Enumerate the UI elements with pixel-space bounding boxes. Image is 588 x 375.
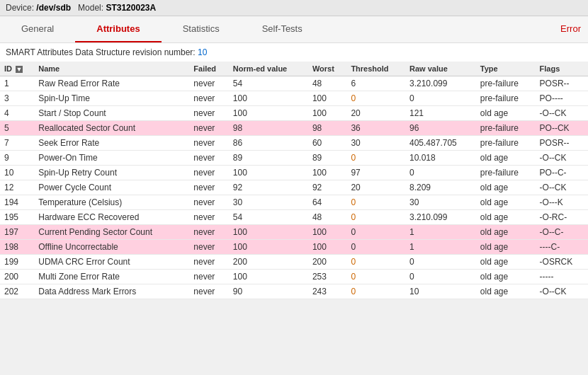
cell-failed: never [189,166,229,180]
cell-name: Temperature (Celsius) [34,195,189,210]
cell-normed: 100 [229,91,308,106]
cell-flags: ----C- [536,240,588,255]
cell-threshold: 0 [346,151,405,166]
cell-flags: -OSRCK [536,255,588,270]
cell-rawvalue: 0 [405,255,476,270]
cell-type: pre-failure [476,91,536,106]
cell-id: 5 [0,121,34,136]
cell-failed: never [189,270,229,284]
cell-worst: 92 [308,180,346,195]
cell-flags: -O--C- [536,225,588,240]
cell-threshold: 0 [346,240,405,255]
cell-normed: 100 [229,106,308,121]
cell-name: Multi Zone Error Rate [34,270,189,284]
cell-worst: 98 [308,121,346,136]
tab-error[interactable]: Error [539,16,588,42]
cell-rawvalue: 30 [405,195,476,210]
cell-type: pre-failure [476,166,536,180]
col-flags: Flags [536,62,588,76]
cell-flags: POSR-- [536,76,588,91]
tab-statistics[interactable]: Statistics [162,16,241,42]
cell-id: 4 [0,106,34,121]
cell-type: pre-failure [476,121,536,136]
tab-self-tests[interactable]: Self-Tests [241,16,324,42]
cell-failed: never [189,106,229,121]
cell-name: Start / Stop Count [34,106,189,121]
cell-threshold: 0 [346,225,405,240]
cell-failed: never [189,195,229,210]
cell-rawvalue: 405.487.705 [405,136,476,151]
cell-id: 198 [0,240,34,255]
sort-icon[interactable]: ▼ [16,66,23,73]
cell-name: Power-On Time [34,151,189,166]
cell-flags: PO---- [536,91,588,106]
tab-bar: General Attributes Statistics Self-Tests… [0,16,588,43]
cell-normed: 90 [229,284,308,299]
cell-normed: 200 [229,255,308,270]
cell-worst: 100 [308,225,346,240]
col-worst: Worst [308,62,346,76]
cell-rawvalue: 10.018 [405,151,476,166]
cell-worst: 200 [308,255,346,270]
cell-normed: 86 [229,136,308,151]
cell-worst: 48 [308,76,346,91]
table-row: 198 Offline Uncorrectable never 100 100 … [0,240,588,255]
cell-rawvalue: 1 [405,225,476,240]
cell-id: 7 [0,136,34,151]
device-value: /dev/sdb [36,3,71,13]
cell-flags: -O-RC- [536,210,588,225]
cell-failed: never [189,240,229,255]
cell-flags: ----- [536,270,588,284]
col-failed: Failed [189,62,229,76]
model-label: Model: [78,3,103,13]
cell-name: Hardware ECC Recovered [34,210,189,225]
cell-normed: 89 [229,151,308,166]
cell-threshold: 36 [346,121,405,136]
cell-normed: 100 [229,270,308,284]
cell-id: 3 [0,91,34,106]
cell-name: Reallocated Sector Count [34,121,189,136]
cell-normed: 92 [229,180,308,195]
cell-failed: never [189,180,229,195]
cell-threshold: 0 [346,195,405,210]
cell-failed: never [189,136,229,151]
cell-failed: never [189,121,229,136]
cell-flags: -O---K [536,195,588,210]
cell-failed: never [189,76,229,91]
cell-flags: PO--C- [536,166,588,180]
tab-general[interactable]: General [0,16,75,42]
cell-failed: never [189,225,229,240]
table-row: 4 Start / Stop Count never 100 100 20 12… [0,106,588,121]
cell-worst: 100 [308,106,346,121]
cell-type: old age [476,225,536,240]
table-row: 194 Temperature (Celsius) never 30 64 0 … [0,195,588,210]
table-row: 200 Multi Zone Error Rate never 100 253 … [0,270,588,284]
table-header-row: ID ▼ Name Failed Norm-ed value Worst Thr… [0,62,588,76]
col-rawvalue: Raw value [405,62,476,76]
cell-type: old age [476,284,536,299]
cell-worst: 253 [308,270,346,284]
tab-attributes[interactable]: Attributes [75,16,161,42]
cell-flags: -O--CK [536,284,588,299]
cell-type: old age [476,180,536,195]
cell-worst: 243 [308,284,346,299]
cell-normed: 54 [229,210,308,225]
cell-worst: 100 [308,240,346,255]
cell-type: old age [476,210,536,225]
table-row: 5 Reallocated Sector Count never 98 98 3… [0,121,588,136]
cell-threshold: 0 [346,270,405,284]
cell-type: pre-failure [476,136,536,151]
table-row: 7 Seek Error Rate never 86 60 30 405.487… [0,136,588,151]
revision-number: 10 [198,47,207,57]
table-row: 12 Power Cycle Count never 92 92 20 8.20… [0,180,588,195]
cell-id: 195 [0,210,34,225]
table-row: 199 UDMA CRC Error Count never 200 200 0… [0,255,588,270]
cell-normed: 100 [229,240,308,255]
cell-type: old age [476,151,536,166]
device-label: Device: [6,3,34,13]
cell-name: Spin-Up Time [34,91,189,106]
cell-rawvalue: 0 [405,91,476,106]
cell-flags: PO--CK [536,121,588,136]
cell-name: Data Address Mark Errors [34,284,189,299]
cell-name: Seek Error Rate [34,136,189,151]
